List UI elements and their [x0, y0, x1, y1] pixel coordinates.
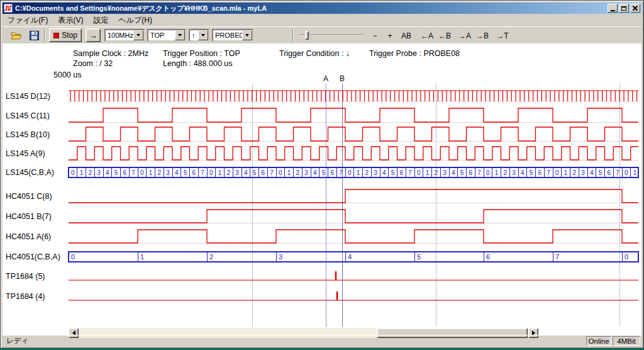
window-title: C:¥Documents and Settings¥noname¥デスクトップ¥… — [15, 4, 605, 13]
channel-label: HC4051 B(7) — [6, 212, 52, 221]
toolbar-separator — [44, 29, 45, 42]
open-folder-icon — [11, 31, 22, 40]
chevron-down-icon — [245, 34, 249, 37]
stop-icon — [53, 33, 59, 38]
length-info: Length : 488.000 us — [163, 59, 233, 68]
chevron-down-icon — [178, 34, 182, 37]
statusbar: レディ Online 4MBit — [3, 335, 641, 346]
minimize-button[interactable] — [608, 4, 618, 13]
channel-label: HC4051 C(8) — [6, 192, 52, 201]
zoom-slider-handle[interactable] — [305, 31, 309, 40]
window-controls — [608, 4, 640, 13]
channel-label: LS145 C(11) — [6, 111, 50, 120]
dropdown-button[interactable] — [175, 30, 185, 40]
fwd-marker-a-button[interactable]: →A — [457, 30, 473, 42]
trigger-position-info: Trigger Position : TOP — [163, 49, 240, 58]
trigger-probe-info: Trigger Probe : PROBE08 — [369, 49, 460, 58]
maximize-icon — [621, 6, 626, 11]
run-button[interactable]: → — [86, 28, 101, 42]
app-icon — [4, 4, 13, 13]
toolbar-separator — [292, 29, 294, 42]
channel-label: TP1684 (5) — [6, 272, 45, 281]
menubar: ファイル(F)表示(V)設定ヘルプ(H) — [3, 14, 641, 26]
goto-marker-b-button[interactable]: ←B — [436, 30, 453, 42]
menu-item-0[interactable]: ファイル(F) — [3, 14, 53, 26]
dropdown-button[interactable] — [133, 30, 143, 40]
waveform-client-area — [3, 43, 641, 335]
trigger-edge-value: ↑ — [190, 31, 198, 39]
dropdown-button[interactable] — [242, 30, 252, 40]
trigger-edge-select[interactable]: ↑ — [189, 29, 209, 42]
fwd-marker-b-button[interactable]: →B — [474, 30, 491, 42]
status-online-badge: Online — [586, 336, 611, 346]
sample-clock-info: Sample Clock : 2MHz — [73, 49, 148, 58]
menu-item-2[interactable]: 設定 — [88, 14, 113, 26]
trigger-probe-select[interactable]: PROBE00 — [212, 29, 253, 42]
menu-item-1[interactable]: 表示(V) — [53, 14, 88, 26]
channel-label: LS145 D(12) — [6, 92, 50, 101]
floppy-disk-icon — [30, 31, 39, 40]
sample-clock-value: 100MHz — [106, 31, 133, 39]
marker-label-a[interactable]: A — [322, 74, 330, 83]
minimize-icon — [611, 10, 615, 11]
channel-label: LS145 B(10) — [6, 130, 50, 139]
goto-marker-a-button[interactable]: ←A — [419, 30, 435, 42]
run-arrow-icon: → — [89, 30, 97, 40]
app-window: C:¥Documents and Settings¥noname¥デスクトップ¥… — [0, 0, 644, 349]
toolbar: Stop → 100MHz TOP ↑ PROBE00 − + AB ←A ←B… — [3, 26, 641, 43]
zoom-in-button[interactable]: + — [384, 30, 396, 42]
marker-label-b[interactable]: B — [338, 74, 346, 83]
trigger-probe-value: PROBE00 — [213, 31, 242, 39]
save-button[interactable] — [26, 28, 42, 43]
ab-button[interactable]: AB — [399, 30, 414, 42]
dropdown-button[interactable] — [198, 30, 208, 40]
channel-label: LS145 A(9) — [6, 149, 45, 158]
chevron-down-icon — [136, 34, 140, 37]
sample-clock-select[interactable]: 100MHz — [104, 29, 145, 42]
zoom-out-button[interactable]: − — [369, 30, 381, 42]
channel-label: TP1684 (4) — [6, 292, 45, 301]
stop-label: Stop — [62, 31, 77, 40]
status-memory-badge: 4MBit — [613, 336, 640, 346]
zoom-info: Zoom : / 32 — [73, 59, 113, 68]
maximize-button[interactable] — [619, 4, 629, 13]
close-button[interactable] — [630, 4, 640, 13]
zoom-slider-track[interactable] — [299, 35, 364, 36]
trigger-position-value: TOP — [148, 31, 175, 39]
channel-label: LS145(C,B,A) — [6, 168, 54, 177]
status-ready-text: レディ — [3, 336, 586, 346]
trigger-position-select[interactable]: TOP — [147, 29, 186, 42]
stop-button[interactable]: Stop — [49, 28, 82, 42]
goto-trigger-button[interactable]: →T — [494, 30, 511, 42]
open-file-button[interactable] — [9, 28, 24, 43]
close-icon — [633, 6, 638, 11]
titlebar: C:¥Documents and Settings¥noname¥デスクトップ¥… — [3, 3, 641, 14]
time-scale-label: 5000 us — [53, 71, 81, 79]
channel-label: HC4051(C,B,A) — [6, 252, 60, 261]
channel-label: HC4051 A(6) — [6, 232, 51, 241]
menu-item-3[interactable]: ヘルプ(H) — [113, 14, 157, 26]
chevron-down-icon — [201, 34, 205, 37]
trigger-condition-info: Trigger Condition : ↓ — [279, 49, 350, 58]
